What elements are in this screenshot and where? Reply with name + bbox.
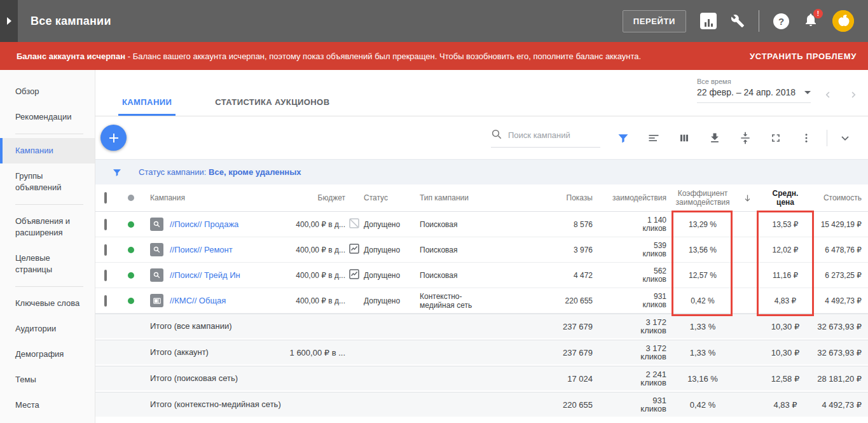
expand-rows-icon[interactable] — [738, 130, 753, 146]
avg-price-cell: 4,83 ₽ — [757, 400, 814, 410]
status-cell: Допущено — [362, 220, 420, 229]
column-interaction-rate[interactable]: Коэффициентзаимодействия — [668, 189, 738, 207]
column-avg-cpc[interactable]: Средн.цена — [757, 189, 814, 207]
status-enabled-icon[interactable] — [128, 272, 134, 279]
chart-disabled-icon[interactable] — [348, 218, 360, 231]
date-next-button[interactable] — [848, 89, 859, 101]
rate-cell: 13,16 % — [668, 374, 738, 384]
cost-cell: 32 673,93 ₽ — [814, 322, 868, 331]
totals-label: Итого (все кампании) — [150, 321, 232, 331]
avg-price-cell: 13,53 ₽ — [757, 220, 814, 229]
status-enabled-icon[interactable] — [128, 298, 134, 304]
column-status[interactable]: Статус — [362, 193, 420, 202]
column-campaign[interactable]: Кампания — [141, 193, 286, 202]
table-row: //КМС// Общая 400,00 ₽ в д... Допущено К… — [95, 288, 868, 314]
add-campaign-button[interactable] — [100, 125, 127, 151]
account-avatar[interactable] — [832, 10, 854, 32]
tools-wrench-icon[interactable] — [731, 14, 745, 28]
go-button[interactable]: ПЕРЕЙТИ — [623, 10, 686, 32]
topbar-actions: ПЕРЕЙТИ ? ! — [623, 10, 868, 32]
sidebar-divider — [15, 286, 83, 287]
campaign-link[interactable]: //Поиск// Продажа — [170, 219, 238, 229]
impressions-cell: 220 655 — [493, 400, 598, 410]
nav-expand-button[interactable] — [0, 0, 18, 42]
search-input[interactable] — [508, 130, 591, 140]
status-enabled-icon[interactable] — [128, 247, 134, 253]
totals-row-all-campaigns: Итого (все кампании) 237 679 3 172кликов… — [95, 314, 868, 340]
column-cost[interactable]: Стоимость — [814, 193, 868, 202]
sidebar-item-demographics[interactable]: Демография — [0, 342, 95, 367]
totals-label: Итого (поисковая сеть) — [141, 373, 286, 384]
columns-icon[interactable] — [677, 130, 692, 146]
sidebar-item-campaigns[interactable]: Кампании — [0, 138, 95, 163]
fullscreen-icon[interactable] — [768, 130, 783, 146]
sidebar-item-ad-groups[interactable]: Группы объявлений — [0, 163, 95, 200]
column-type[interactable]: Тип кампании — [420, 193, 493, 202]
collapse-toolbar-icon[interactable] — [837, 130, 853, 146]
impressions-cell: 4 472 — [493, 271, 598, 280]
tab-campaigns[interactable]: КАМПАНИИ — [118, 97, 176, 116]
alert-title: Баланс аккаунта исчерпан — [17, 52, 125, 61]
content-area: Обзор Рекомендации Кампании Группы объяв… — [0, 70, 868, 423]
cost-cell: 6 478,76 ₽ — [814, 246, 868, 254]
column-impressions[interactable]: Показы — [493, 193, 598, 202]
tab-auction-insights[interactable]: СТАТИСТИКА АУКЦИОНОВ — [211, 97, 333, 116]
fix-problem-button[interactable]: УСТРАНИТЬ ПРОБЛЕМУ — [750, 52, 857, 61]
campaign-link[interactable]: //КМС// Общая — [170, 296, 226, 305]
sidebar-item-recommendations[interactable]: Рекомендации — [0, 104, 95, 130]
filter-chip[interactable]: Статус кампании: Все, кроме удаленных — [139, 167, 301, 177]
chevron-down-icon — [804, 91, 811, 94]
totals-row-display-network: Итого (контекстно-медийная сеть) 220 655… — [95, 392, 868, 418]
rate-cell: 0,42 % — [668, 400, 738, 410]
type-cell: Поисковая — [420, 271, 493, 280]
totals-label: Итого (аккаунт) — [141, 347, 286, 357]
row-checkbox[interactable] — [104, 295, 107, 307]
select-all-checkbox[interactable] — [104, 192, 107, 204]
row-checkbox[interactable] — [104, 270, 107, 281]
search-campaign-icon — [150, 243, 163, 256]
chart-icon[interactable] — [348, 268, 360, 282]
row-checkbox[interactable] — [104, 219, 107, 230]
rate-cell: 1,33 % — [668, 348, 738, 357]
campaign-link[interactable]: //Поиск// Трейд Ин — [170, 270, 240, 280]
column-interactions[interactable]: заимодействия — [598, 194, 668, 202]
table-row: //Поиск// Продажа 400,00 ₽ в д... Допуще… — [95, 212, 868, 237]
filter-icon[interactable] — [616, 130, 631, 146]
reports-icon[interactable] — [700, 13, 717, 29]
impressions-cell: 237 679 — [493, 348, 598, 357]
status-enabled-icon[interactable] — [128, 221, 134, 228]
sidebar-item-topics[interactable]: Темы — [0, 367, 95, 392]
download-icon[interactable] — [707, 130, 722, 146]
sidebar-item-overview[interactable]: Обзор — [0, 79, 95, 104]
sidebar-item-audiences[interactable]: Аудитории — [0, 316, 95, 342]
chart-icon[interactable] — [348, 243, 360, 256]
avg-price-cell: 12,58 ₽ — [757, 374, 814, 384]
help-icon[interactable]: ? — [773, 13, 789, 29]
sort-descending-icon[interactable] — [738, 193, 757, 203]
avg-price-cell: 4,83 ₽ — [757, 296, 814, 305]
cost-cell: 15 429,19 ₽ — [814, 220, 868, 229]
alert-separator: - — [125, 52, 133, 61]
sidebar-item-placements[interactable]: Места — [0, 392, 95, 418]
date-range-picker[interactable]: Все время 22 февр. – 24 апр. 2018 — [697, 78, 811, 103]
segment-icon[interactable] — [646, 130, 661, 146]
column-budget[interactable]: Бюджет — [286, 193, 362, 202]
totals-label: Итого (контекстно-медийная сеть) — [141, 399, 286, 410]
totals-row-search-network: Итого (поисковая сеть) 17 024 2 241клико… — [95, 366, 868, 392]
date-prev-button[interactable] — [822, 89, 834, 101]
table-row: //Поиск// Трейд Ин 400,00 ₽ в д... Допущ… — [95, 263, 868, 288]
row-checkbox[interactable] — [104, 244, 107, 256]
cost-cell: 4 492,73 ₽ — [814, 296, 868, 305]
sidebar-item-keywords[interactable]: Ключевые слова — [0, 291, 95, 316]
notifications-bell-icon[interactable]: ! — [803, 12, 818, 30]
campaign-link[interactable]: //Поиск// Ремонт — [170, 245, 233, 254]
totals-row-account: Итого (аккаунт) 1 600,00 ₽ в ... 237 679… — [95, 340, 868, 366]
sidebar-item-landing-pages[interactable]: Целевые страницы — [0, 246, 95, 282]
cost-cell: 4 492,73 ₽ — [814, 400, 868, 410]
type-cell: Контекстно-медийная сеть — [420, 292, 493, 310]
sidebar-item-ads-extensions[interactable]: Объявления и расширения — [0, 209, 95, 246]
rate-cell: 12,57 % — [668, 271, 738, 280]
table-toolbar — [95, 116, 868, 159]
more-options-icon[interactable] — [799, 130, 814, 146]
avg-price-cell: 11,16 ₽ — [757, 271, 814, 280]
